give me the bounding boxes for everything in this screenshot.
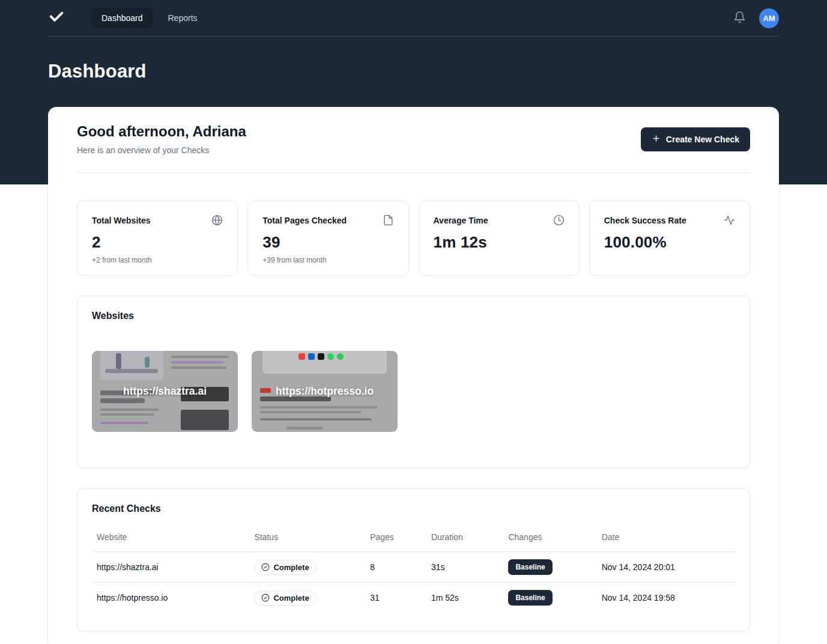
- column-header-status: Status: [249, 530, 365, 552]
- cell-date: Nov 14, 2024 19:58: [597, 583, 735, 613]
- plus-icon: [652, 134, 661, 145]
- clock-icon: [553, 214, 565, 226]
- greeting-subtitle: Here is an overview of your Checks: [77, 145, 246, 155]
- stat-subtext: +2 from last month: [92, 256, 223, 264]
- cell-website: https://shaztra.ai: [92, 552, 249, 583]
- nav-tab-reports[interactable]: Reports: [158, 8, 208, 28]
- stat-label: Total Pages Checked: [262, 216, 347, 225]
- status-label: Complete: [273, 563, 309, 572]
- changes-badge: Baseline: [508, 559, 552, 575]
- websites-panel: Websites: [77, 296, 750, 469]
- bell-icon: [733, 11, 746, 25]
- stat-value: 100.00%: [604, 233, 735, 252]
- changes-badge: Baseline: [508, 590, 552, 606]
- notifications-button[interactable]: [733, 11, 746, 25]
- stat-card-total-websites: Total Websites 2 +2 from last month: [77, 201, 238, 276]
- column-header-pages: Pages: [365, 530, 426, 552]
- cell-duration: 1m 52s: [426, 583, 504, 613]
- column-header-duration: Duration: [426, 530, 504, 552]
- website-thumbnail-shaztra[interactable]: https://shaztra.ai: [92, 351, 238, 432]
- table-header-row: Website Status Pages Duration Changes Da…: [92, 530, 735, 552]
- check-circle-icon: [261, 594, 270, 602]
- column-header-changes: Changes: [503, 530, 596, 552]
- status-badge: Complete: [254, 591, 316, 606]
- table-row[interactable]: https://shaztra.ai Complete 8 3: [92, 552, 735, 583]
- activity-icon: [724, 214, 735, 226]
- status-label: Complete: [273, 594, 309, 603]
- cell-pages: 31: [365, 583, 426, 613]
- user-avatar[interactable]: AM: [759, 8, 779, 28]
- check-icon: [48, 8, 65, 28]
- stats-row: Total Websites 2 +2 from last month Tota…: [77, 201, 750, 276]
- stat-card-check-success-rate: Check Success Rate 100.00%: [589, 201, 750, 276]
- globe-icon: [211, 214, 223, 226]
- dashboard-main-card: Good afternoon, Adriana Here is an overv…: [48, 107, 779, 644]
- main-nav: Dashboard Reports: [91, 8, 208, 28]
- page-title: Dashboard: [48, 61, 779, 82]
- create-new-check-button[interactable]: Create New Check: [641, 127, 750, 151]
- website-url-label: https://hotpresso.io: [252, 351, 398, 432]
- nav-tab-dashboard[interactable]: Dashboard: [91, 8, 153, 28]
- greeting-section: Good afternoon, Adriana Here is an overv…: [77, 107, 750, 173]
- column-header-date: Date: [597, 530, 735, 552]
- recent-checks-title: Recent Checks: [92, 503, 735, 514]
- create-new-check-label: Create New Check: [666, 135, 739, 144]
- website-url-label: https://shaztra.ai: [92, 351, 238, 432]
- website-thumbnail-hotpresso[interactable]: https://hotpresso.io: [252, 351, 398, 432]
- app-logo[interactable]: [48, 8, 65, 28]
- stat-value: 1m 12s: [434, 233, 565, 252]
- column-header-website: Website: [92, 530, 249, 552]
- website-thumbnails: https://shaztra.ai: [92, 351, 735, 432]
- stat-label: Check Success Rate: [604, 216, 686, 225]
- table-row[interactable]: https://hotpresso.io Complete 31: [92, 583, 735, 613]
- dashboard-page: Dashboard Reports AM Dashboard Good afte…: [0, 0, 827, 644]
- recent-checks-table: Website Status Pages Duration Changes Da…: [92, 530, 735, 613]
- top-nav-bar: Dashboard Reports AM: [0, 0, 827, 37]
- websites-title: Websites: [92, 311, 735, 321]
- stat-value: 39: [262, 233, 393, 252]
- recent-checks-panel: Recent Checks Website Status Pages Durat…: [77, 488, 750, 631]
- greeting-title: Good afternoon, Adriana: [77, 123, 246, 140]
- stat-value: 2: [92, 233, 223, 252]
- stat-label: Total Websites: [92, 216, 151, 225]
- stat-card-average-time: Average Time 1m 12s: [419, 201, 580, 276]
- cell-duration: 31s: [426, 552, 504, 583]
- file-icon: [383, 214, 394, 226]
- check-circle-icon: [261, 563, 270, 571]
- status-badge: Complete: [254, 560, 316, 575]
- stat-card-total-pages-checked: Total Pages Checked 39 +39 from last mon…: [247, 201, 408, 276]
- cell-website: https://hotpresso.io: [92, 583, 249, 613]
- cell-date: Nov 14, 2024 20:01: [597, 552, 735, 583]
- stat-subtext: +39 from last month: [262, 256, 393, 264]
- stat-label: Average Time: [434, 216, 488, 225]
- cell-pages: 8: [365, 552, 426, 583]
